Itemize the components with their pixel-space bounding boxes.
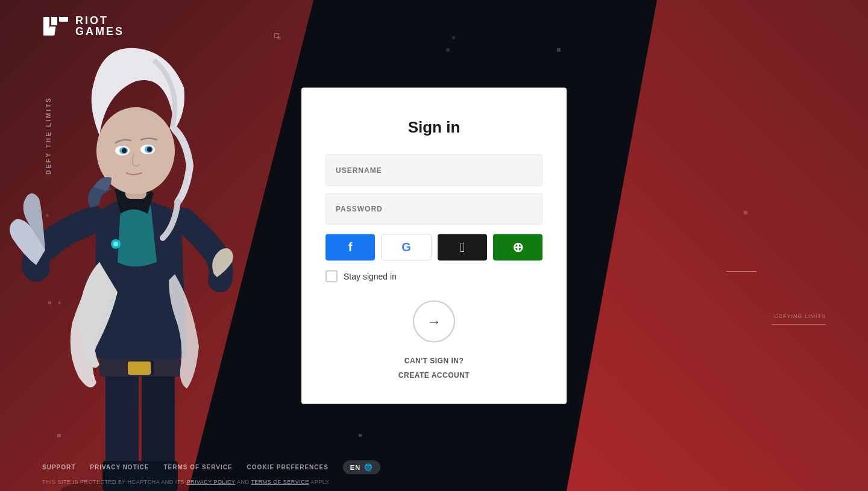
svg-rect-2 [48, 27, 55, 36]
create-account-link: CREATE ACCOUNT [326, 369, 542, 380]
deco-dot [58, 301, 61, 304]
riot-logo-icon [42, 16, 69, 37]
submit-button[interactable]: → [413, 300, 455, 342]
stay-signed-checkbox[interactable] [326, 270, 338, 282]
login-modal: Sign in f G  ⊕ Stay signed in → CAN'T S… [301, 87, 567, 404]
lang-code: EN [350, 464, 360, 471]
footer-cookies-link[interactable]: COOKIE PREFERENCES [247, 464, 329, 471]
tagline: DEFY THE LIMITS [45, 96, 52, 175]
google-icon: G [401, 240, 411, 254]
modal-title: Sign in [326, 117, 542, 136]
deco-dot [452, 36, 455, 39]
deco-rect [274, 33, 279, 38]
deco-text-right: DEFYING LIMITS [774, 313, 826, 319]
social-login-buttons: f G  ⊕ [326, 234, 542, 260]
footer-privacy-link[interactable]: PRIVACY NOTICE [90, 464, 149, 471]
footer: SUPPORT PRIVACY NOTICE TERMS OF SERVICE … [0, 453, 868, 491]
deco-dot [446, 48, 450, 52]
cant-sign-in-anchor[interactable]: CAN'T SIGN IN? [404, 356, 464, 364]
svg-rect-1 [51, 17, 57, 25]
deco-right [726, 271, 756, 272]
apple-icon:  [460, 239, 465, 255]
language-selector[interactable]: EN 🌐 [343, 460, 380, 474]
svg-point-20 [113, 242, 118, 246]
facebook-login-button[interactable]: f [326, 234, 375, 260]
svg-rect-21 [128, 361, 151, 375]
footer-links: SUPPORT PRIVACY NOTICE TERMS OF SERVICE … [42, 460, 826, 474]
svg-rect-0 [43, 17, 49, 36]
deco-dot [46, 214, 49, 217]
footer-support-link[interactable]: SUPPORT [42, 464, 75, 471]
arrow-right-icon: → [427, 313, 441, 330]
apple-login-button[interactable]:  [438, 234, 487, 260]
svg-point-18 [147, 147, 152, 152]
deco-rect [744, 211, 747, 214]
password-input[interactable] [326, 193, 542, 224]
cant-sign-in-link: CAN'T SIGN IN? [326, 354, 542, 365]
svg-point-17 [122, 148, 127, 153]
privacy-policy-link[interactable]: PRIVACY POLICY [186, 479, 235, 485]
facebook-icon: f [348, 240, 353, 254]
username-input[interactable] [326, 154, 542, 186]
deco-rect [48, 301, 51, 304]
globe-icon: 🌐 [364, 463, 373, 471]
stay-signed-label: Stay signed in [344, 271, 397, 281]
stay-signed-in-container: Stay signed in [326, 270, 542, 282]
terms-of-service-link[interactable]: TERMS OF SERVICE [251, 479, 309, 485]
logo-text: RIOT GAMES [75, 15, 124, 37]
footer-disclaimer: THIS SITE IS PROTECTED BY HCAPTCHA AND I… [42, 479, 826, 485]
xbox-icon: ⊕ [512, 239, 523, 255]
deco-rect [57, 434, 61, 437]
google-login-button[interactable]: G [381, 234, 432, 260]
svg-rect-3 [59, 17, 68, 22]
deco-rect [557, 48, 561, 52]
xbox-login-button[interactable]: ⊕ [493, 234, 542, 260]
character-art [0, 33, 289, 491]
deco-rect [359, 434, 362, 437]
create-account-anchor[interactable]: CREATE ACCOUNT [398, 371, 470, 379]
footer-terms-link[interactable]: TERMS OF SERVICE [163, 464, 232, 471]
logo: RIOT GAMES [42, 15, 124, 37]
